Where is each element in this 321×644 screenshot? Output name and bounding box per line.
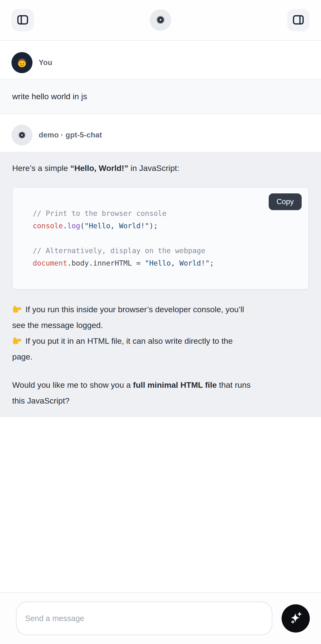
pointing-right-emoji bbox=[12, 335, 22, 344]
code-content: // Print to the browser consoleconsole.l… bbox=[33, 207, 299, 270]
user-sender-row: You bbox=[0, 41, 321, 79]
panel-right-button[interactable] bbox=[287, 9, 310, 31]
code-block: Copy // Print to the browser consolecons… bbox=[12, 187, 309, 290]
copy-button[interactable]: Copy bbox=[269, 194, 302, 210]
app-header bbox=[0, 0, 321, 41]
assistant-message-body: Here’s a simple “Hello, World!” in JavaS… bbox=[0, 152, 321, 417]
user-avatar bbox=[11, 52, 32, 73]
user-sender-label: You bbox=[39, 58, 52, 67]
assistant-intro: Here’s a simple “Hello, World!” in JavaS… bbox=[12, 162, 309, 174]
code-line: document.body.innerHTML = "Hello, World!… bbox=[33, 257, 299, 270]
send-button[interactable] bbox=[282, 604, 310, 632]
assistant-sender-row: demo · gpt-5-chat bbox=[0, 114, 321, 152]
assistant-question: Would you like me to show you a full min… bbox=[12, 377, 309, 408]
assistant-avatar bbox=[11, 124, 32, 146]
panel-left-icon bbox=[16, 14, 29, 27]
code-line bbox=[33, 232, 299, 244]
person-emoji-icon bbox=[14, 55, 29, 70]
ai-sparkle-icon bbox=[288, 611, 303, 626]
composer bbox=[0, 592, 321, 644]
assistant-message: demo · gpt-5-chat Here’s a simple “Hello… bbox=[0, 114, 321, 417]
code-line: // Print to the browser console bbox=[33, 207, 299, 220]
pointing-right-emoji bbox=[12, 303, 22, 313]
panel-right-icon bbox=[292, 14, 305, 27]
app-screen: You write hello world in js demo · gpt-5… bbox=[0, 0, 321, 644]
code-line: // Alternatively, display on the webpage bbox=[33, 244, 299, 257]
message-input[interactable] bbox=[16, 602, 272, 635]
assistant-notes: If you run this inside your browser’s de… bbox=[12, 302, 309, 364]
user-message: You write hello world in js bbox=[0, 41, 321, 114]
code-line: console.log("Hello, World!"); bbox=[33, 220, 299, 232]
chat-scroll-area[interactable]: You write hello world in js demo · gpt-5… bbox=[0, 41, 321, 417]
model-button[interactable] bbox=[150, 9, 171, 31]
user-message-text: write hello world in js bbox=[0, 79, 321, 114]
starburst-icon bbox=[155, 14, 166, 26]
sidebar-toggle-button[interactable] bbox=[11, 9, 34, 31]
starburst-icon bbox=[17, 130, 27, 140]
assistant-sender-label: demo · gpt-5-chat bbox=[39, 131, 102, 139]
